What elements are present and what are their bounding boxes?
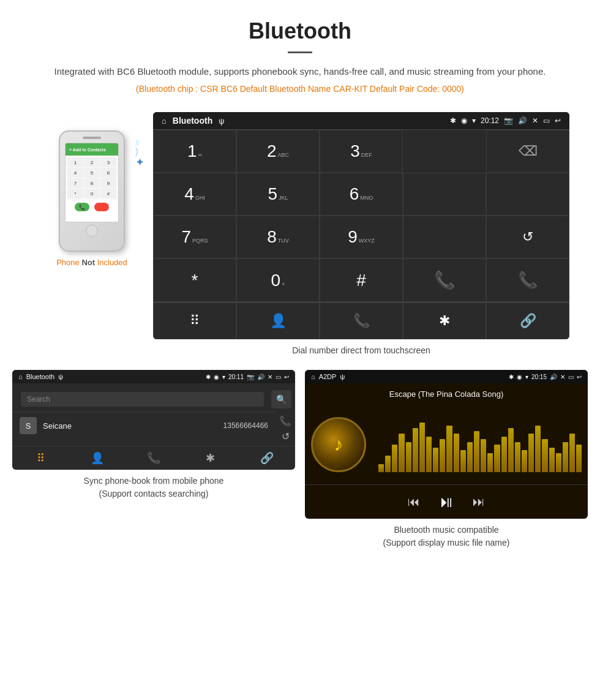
phone-not-included-label: Phone Not Included xyxy=(56,258,127,267)
phone-display: + Add to Contacts 1 2 3 4 5 6 7 8 9 * 0 xyxy=(65,143,119,222)
dial-call-button[interactable]: 📞 xyxy=(403,258,486,302)
music-song-title: Escape (The Pina Colada Song) xyxy=(305,383,588,405)
pb-bottom-dialpad[interactable]: ⠿ xyxy=(12,451,69,465)
back-icon: ↩ xyxy=(555,116,561,125)
phone-key: 5 xyxy=(84,168,100,178)
dial-key-8[interactable]: 8TUV xyxy=(236,216,320,258)
pb-search-bar[interactable]: Search xyxy=(21,392,264,407)
pb-contact-list: S Seicane 13566664466 xyxy=(12,412,276,446)
dial-key-star[interactable]: * xyxy=(153,258,236,302)
music-controls: ⏮ ⏯ ⏭ xyxy=(305,484,588,519)
dial-bottom-bluetooth[interactable]: ✱ xyxy=(403,303,486,339)
signal-icon: ▾ xyxy=(472,116,476,125)
music-back-icon: ↩ xyxy=(577,374,582,380)
pb-time: 20:11 xyxy=(228,374,244,380)
pb-contact-area: S Seicane 13566664466 📞 ↺ xyxy=(12,412,295,446)
pb-back-icon: ↩ xyxy=(284,374,289,380)
play-pause-btn[interactable]: ⏯ xyxy=(438,492,454,511)
dial-bottom-contacts[interactable]: 👤 xyxy=(236,303,320,339)
pb-camera-icon: 📷 xyxy=(247,374,254,380)
music-a2dp-label: A2DP xyxy=(319,373,337,380)
phone-key: 2 xyxy=(84,157,100,167)
dial-backspace-btn[interactable]: ⌫ xyxy=(486,130,569,173)
dial-key-9[interactable]: 9WXYZ xyxy=(320,216,403,258)
pb-contact-row[interactable]: S Seicane 13566664466 xyxy=(12,412,276,439)
dial-caption: Dial number direct from touchscreen xyxy=(153,339,569,358)
phone-speaker xyxy=(83,137,101,139)
next-track-btn[interactable]: ⏭ xyxy=(473,495,485,509)
phone-dial-grid: 1 2 3 4 5 6 7 8 9 * 0 # xyxy=(66,156,118,200)
bluetooth-signal-icon: )) ) ✦ xyxy=(135,140,144,168)
phone-key: 9 xyxy=(100,178,116,188)
camera-icon: 📷 xyxy=(504,116,513,125)
dial-key-hash[interactable]: # xyxy=(320,258,403,302)
music-home-icon: ⌂ xyxy=(311,373,315,380)
pb-contact-name: Seicane xyxy=(43,421,223,431)
dial-key-1[interactable]: 1∞ xyxy=(153,130,236,173)
pb-contact-number: 13566664466 xyxy=(223,421,268,430)
pb-bluetooth-label: Bluetooth xyxy=(26,373,54,380)
dial-key-7[interactable]: 7PQRS xyxy=(153,216,236,258)
window-icon: ▭ xyxy=(543,116,550,125)
specs-text: (Bluetooth chip : CSR BC6 Default Blueto… xyxy=(37,84,563,94)
phone-display-header: + Add to Contacts xyxy=(66,143,118,156)
prev-track-btn[interactable]: ⏮ xyxy=(408,495,420,509)
dial-bottom-dialpad[interactable]: ⠿ xyxy=(153,303,236,339)
pb-right-icons: 📞 ↺ xyxy=(276,412,295,446)
dial-key-0[interactable]: 0+ xyxy=(236,258,320,302)
phonebook-panel: ⌂ Bluetooth ψ ✱ ◉ ▾ 20:11 📷 🔊 ✕ ▭ ↩ xyxy=(12,370,295,552)
music-usb-icon: ψ xyxy=(340,373,345,380)
phonebook-caption: Sync phone-book from mobile phone (Suppo… xyxy=(12,470,295,503)
music-equalizer xyxy=(378,417,582,472)
dial-bottom-calls[interactable]: 📞 xyxy=(320,303,403,339)
pb-bottom-contacts[interactable]: 👤 xyxy=(69,451,125,465)
dial-key-3[interactable]: 3DEF xyxy=(320,130,403,173)
dial-bottom-link[interactable]: 🔗 xyxy=(486,303,569,339)
music-status-left: ⌂ A2DP ψ xyxy=(311,373,345,380)
header-section: Bluetooth Integrated with BC6 Bluetooth … xyxy=(0,0,600,106)
dial-screen-container: ⌂ Bluetooth ψ ✱ ◉ ▾ 20:12 📷 🔊 ✕ ▭ ↩ xyxy=(153,112,569,358)
pb-close-icon: ✕ xyxy=(268,374,272,380)
pb-loc-icon: ◉ xyxy=(214,374,219,380)
title-divider xyxy=(288,51,312,53)
dial-key-4[interactable]: 4GHI xyxy=(153,173,236,216)
dial-key-6[interactable]: 6MNO xyxy=(320,173,403,216)
music-loc-icon: ◉ xyxy=(517,374,522,380)
time-display: 20:12 xyxy=(481,116,499,125)
dial-end-button[interactable]: 📞 xyxy=(486,258,569,302)
pb-home-icon: ⌂ xyxy=(18,373,23,380)
pb-usb-icon: ψ xyxy=(58,373,63,380)
dial-key-2[interactable]: 2ABC xyxy=(236,130,320,173)
music-win-icon: ▭ xyxy=(568,374,574,380)
pb-bottom-link[interactable]: 🔗 xyxy=(239,451,295,465)
close-icon: ✕ xyxy=(532,116,538,125)
dial-display-field xyxy=(403,130,486,173)
phone-key: 1 xyxy=(67,157,83,167)
pb-status-right: ✱ ◉ ▾ 20:11 📷 🔊 ✕ ▭ ↩ xyxy=(206,374,289,380)
pb-vol-icon: 🔊 xyxy=(257,374,264,380)
dial-reload-btn[interactable]: ↺ xyxy=(486,216,569,258)
dial-key-5[interactable]: 5JKL xyxy=(236,173,320,216)
phone-key: 0 xyxy=(84,189,100,198)
dial-keypad: 1∞ 2ABC 3DEF ⌫ 4GHI 5JKL xyxy=(153,129,569,302)
music-time: 20:15 xyxy=(531,374,547,380)
description-text: Integrated with BC6 Bluetooth module, su… xyxy=(37,64,563,79)
dial-screen: ⌂ Bluetooth ψ ✱ ◉ ▾ 20:12 📷 🔊 ✕ ▭ ↩ xyxy=(153,112,569,339)
dial-status-left: ⌂ Bluetooth ψ xyxy=(162,116,224,126)
bottom-row: ⌂ Bluetooth ψ ✱ ◉ ▾ 20:11 📷 🔊 ✕ ▭ ↩ xyxy=(0,364,600,564)
pb-contact-avatar: S xyxy=(20,417,37,434)
phone-display-header-text: + Add to Contacts xyxy=(69,148,106,152)
dial-bluetooth-label: Bluetooth xyxy=(173,116,212,126)
music-caption-line2: (Support display music file name) xyxy=(307,536,585,549)
phone-key: 8 xyxy=(84,178,100,188)
home-icon: ⌂ xyxy=(162,116,167,126)
music-album-art: ♪ xyxy=(311,417,366,472)
pb-search-button[interactable]: 🔍 xyxy=(271,390,291,408)
music-close-icon: ✕ xyxy=(560,374,565,380)
pb-bottom-bluetooth[interactable]: ✱ xyxy=(182,451,238,465)
pb-reload-icon[interactable]: ↺ xyxy=(279,431,291,442)
dial-empty-2 xyxy=(486,173,569,216)
pb-phone-icon[interactable]: 📞 xyxy=(279,415,291,427)
middle-section: + Add to Contacts 1 2 3 4 5 6 7 8 9 * 0 xyxy=(0,106,600,364)
pb-bottom-calls[interactable]: 📞 xyxy=(126,451,182,465)
